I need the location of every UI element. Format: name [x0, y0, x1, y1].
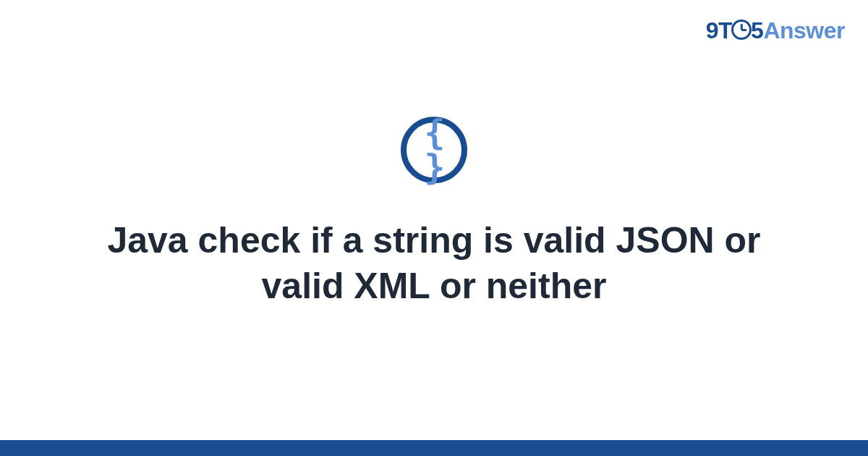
page-title: Java check if a string is valid JSON or …	[101, 218, 767, 308]
site-logo: 9T5Answer	[706, 17, 845, 44]
main-content: { } Java check if a string is valid JSON…	[0, 117, 868, 308]
footer-bar	[0, 440, 868, 456]
logo-text-answer: Answer	[763, 17, 845, 43]
code-braces-icon: { }	[407, 115, 461, 185]
logo-text-5: 5	[751, 17, 763, 43]
topic-icon-circle: { }	[401, 117, 467, 183]
logo-text-9t: 9T	[706, 17, 732, 43]
clock-icon	[731, 20, 752, 40]
